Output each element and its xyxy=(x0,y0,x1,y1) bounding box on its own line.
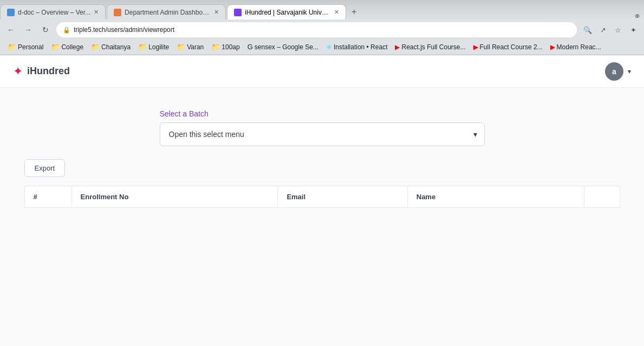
tab-1-title: d-doc – Overview – Ver... xyxy=(18,9,90,16)
forward-button[interactable]: → xyxy=(22,23,35,36)
form-section: Select a Batch Open this select menu ▾ xyxy=(160,109,485,146)
bookmark-sensex[interactable]: G sensex – Google Se... xyxy=(244,42,322,52)
share-button[interactable]: ↗ xyxy=(596,23,609,36)
tab-3-favicon xyxy=(234,9,242,16)
tab-bar: d-doc – Overview – Ver... ✕ Department A… xyxy=(0,0,644,19)
avatar-letter: a xyxy=(612,67,616,76)
tab-3-title: iHundred | Sarvajanik University xyxy=(245,9,331,16)
tab-1-close[interactable]: ✕ xyxy=(94,9,99,16)
search-button[interactable]: 🔍 xyxy=(581,23,594,36)
folder-icon: 📁 xyxy=(138,43,147,51)
folder-icon: 📁 xyxy=(91,43,100,51)
bookmark-personal[interactable]: 📁 Personal xyxy=(4,42,47,52)
select-label: Select a Batch xyxy=(160,109,485,118)
new-tab-button[interactable]: + xyxy=(347,4,361,19)
batch-select[interactable]: Open this select menu xyxy=(160,122,485,146)
tab-3-close[interactable]: ✕ xyxy=(334,9,339,16)
back-button[interactable]: ← xyxy=(4,23,17,36)
bookmark-reactjs-course[interactable]: ▶ React.js Full Course... xyxy=(392,42,469,52)
address-actions: 🔍 ↗ ☆ ✦ xyxy=(581,23,640,36)
bookmark-varan-label: Varan xyxy=(187,43,204,51)
folder-icon: 📁 xyxy=(211,43,220,51)
folder-icon: 📁 xyxy=(177,43,185,51)
bookmark-modern-react[interactable]: ▶ Modern Reac... xyxy=(547,42,604,52)
table-header-row: # Enrollment No Email Name xyxy=(24,186,620,208)
tab-2-favicon xyxy=(114,9,121,16)
tab-2-title: Department Admin Dashboard –... xyxy=(125,9,211,16)
table-head: # Enrollment No Email Name xyxy=(24,186,620,208)
youtube-icon: ▶ xyxy=(550,43,555,51)
col-name-header: Name xyxy=(407,186,584,208)
bookmark-button[interactable]: ☆ xyxy=(612,23,625,36)
window-controls: ⊕ xyxy=(635,12,644,19)
tab-2[interactable]: Department Admin Dashboard –... ✕ xyxy=(107,4,226,19)
data-table: # Enrollment No Email Name xyxy=(24,186,620,208)
google-icon: G xyxy=(248,43,253,51)
bookmarks-bar: 📁 Personal 📁 College 📁 Chaitanya 📁 Logil… xyxy=(0,40,644,55)
youtube-icon: ▶ xyxy=(473,43,478,51)
export-section: Export xyxy=(24,159,620,177)
bookmark-logilite[interactable]: 📁 Logilite xyxy=(135,42,172,52)
bookmark-react-install[interactable]: ⚛ Installation • React xyxy=(323,42,391,52)
col-enrollment-header: Enrollment No xyxy=(71,186,278,208)
main-content: Select a Batch Open this select menu ▾ E… xyxy=(0,88,644,346)
chevron-down-icon[interactable]: ▾ xyxy=(628,68,631,75)
extension-button[interactable]: ✦ xyxy=(627,23,640,36)
select-placeholder: Open this select menu xyxy=(169,130,244,139)
header-right: a ▾ xyxy=(605,62,631,81)
select-wrapper: Open this select menu ▾ xyxy=(160,122,485,146)
col-extra-header xyxy=(584,186,620,208)
bookmark-varan[interactable]: 📁 Varan xyxy=(173,42,207,52)
tab-1-favicon xyxy=(7,9,15,16)
export-button[interactable]: Export xyxy=(24,159,66,177)
youtube-icon: ▶ xyxy=(395,43,400,51)
folder-icon: 📁 xyxy=(51,43,60,51)
bookmark-chaitanya-label: Chaitanya xyxy=(101,43,131,51)
app-logo: ✦ iHundred xyxy=(13,64,70,79)
app-header: ✦ iHundred a ▾ xyxy=(0,55,644,88)
bookmark-reactjs-course-label: React.js Full Course... xyxy=(401,43,465,51)
address-bar[interactable]: 🔒 triple5.tech/users/admin/viewreport xyxy=(56,22,577,37)
tab-2-close[interactable]: ✕ xyxy=(214,9,219,16)
avatar[interactable]: a xyxy=(605,62,623,81)
content-center: Select a Batch Open this select menu ▾ E… xyxy=(0,109,644,208)
logo-text: iHundred xyxy=(27,66,70,77)
bookmark-personal-label: Personal xyxy=(18,43,43,51)
col-hash-header: # xyxy=(24,186,71,208)
bookmark-modern-react-label: Modern Reac... xyxy=(557,43,601,51)
bookmark-full-react-course[interactable]: ▶ Full React Course 2... xyxy=(470,42,546,52)
tab-1[interactable]: d-doc – Overview – Ver... ✕ xyxy=(0,4,106,19)
bookmark-chaitanya[interactable]: 📁 Chaitanya xyxy=(88,42,134,52)
reload-button[interactable]: ↻ xyxy=(39,23,52,36)
col-email-header: Email xyxy=(278,186,407,208)
tab-3[interactable]: iHundred | Sarvajanik University ✕ xyxy=(227,4,346,19)
bookmark-100ap-label: 100ap xyxy=(222,43,239,51)
bookmark-react-install-label: Installation • React xyxy=(334,43,388,51)
app: ✦ iHundred a ▾ Select a Batch Open this … xyxy=(0,55,644,346)
browser-chrome: d-doc – Overview – Ver... ✕ Department A… xyxy=(0,0,644,55)
logo-star-icon: ✦ xyxy=(13,64,23,79)
bookmark-full-react-course-label: Full React Course 2... xyxy=(480,43,543,51)
bookmark-college[interactable]: 📁 College xyxy=(48,42,87,52)
table-section: # Enrollment No Email Name xyxy=(24,186,620,208)
address-bar-row: ← → ↻ 🔒 triple5.tech/users/admin/viewrep… xyxy=(0,19,644,40)
bookmark-college-label: College xyxy=(61,43,83,51)
folder-icon: 📁 xyxy=(8,43,16,51)
bookmark-logilite-label: Logilite xyxy=(148,43,169,51)
react-icon: ⚛ xyxy=(326,43,332,51)
bookmark-sensex-label: sensex – Google Se... xyxy=(255,43,318,51)
address-text: triple5.tech/users/admin/viewreport xyxy=(74,26,174,34)
bookmark-100ap[interactable]: 📁 100ap xyxy=(208,42,243,52)
lock-icon: 🔒 xyxy=(63,27,70,34)
